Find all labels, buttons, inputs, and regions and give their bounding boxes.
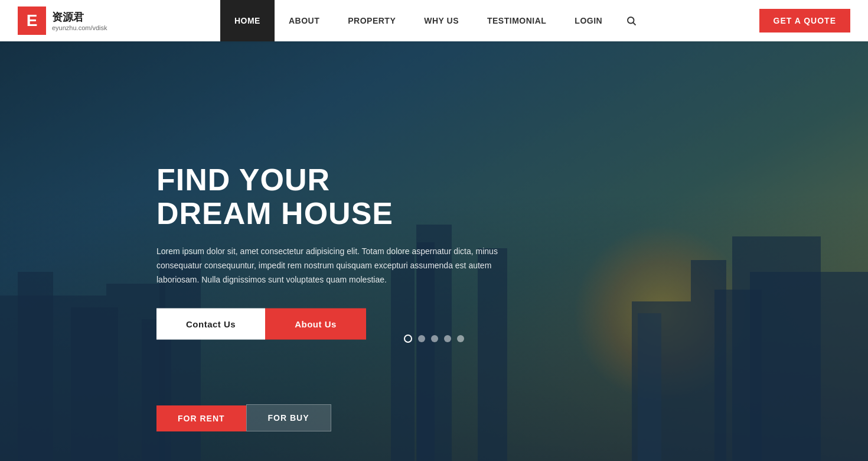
- hero-description: Lorem ipsum dolor sit, amet consectetur …: [156, 245, 499, 287]
- nav-links: HOME ABOUT PROPERTY WHY US TESTIMONIAL L…: [220, 0, 646, 41]
- logo-subtitle: eyunzhu.com/vdisk: [52, 24, 107, 31]
- nav-home[interactable]: HOME: [220, 0, 275, 41]
- slider-dot-5[interactable]: [457, 335, 464, 342]
- property-tabs: FOR RENT FOR BUY: [156, 404, 331, 431]
- hero-title: FIND YOUR DREAM HOUSE: [156, 163, 499, 230]
- about-us-button[interactable]: About Us: [265, 308, 366, 339]
- for-rent-tab[interactable]: FOR RENT: [156, 405, 246, 431]
- contact-us-button[interactable]: Contact Us: [156, 308, 265, 339]
- nav-about[interactable]: ABOUT: [275, 0, 334, 41]
- slider-dot-1[interactable]: [404, 335, 412, 343]
- search-icon[interactable]: [616, 0, 646, 41]
- svg-line-1: [634, 22, 636, 25]
- logo-title: 资源君: [52, 10, 107, 24]
- nav-property[interactable]: PROPERTY: [334, 0, 410, 41]
- slider-dot-4[interactable]: [444, 335, 451, 342]
- get-quote-button[interactable]: GET A QUOTE: [759, 9, 850, 33]
- navbar: E 资源君 eyunzhu.com/vdisk HOME ABOUT PROPE…: [0, 0, 868, 41]
- slider-dot-2[interactable]: [418, 335, 425, 342]
- logo-icon: E: [18, 7, 46, 35]
- svg-point-0: [628, 17, 634, 24]
- hero-content: FIND YOUR DREAM HOUSE Lorem ipsum dolor …: [156, 163, 499, 340]
- slider-dot-3[interactable]: [431, 335, 438, 342]
- slider-dots: [404, 335, 464, 343]
- nav-why-us[interactable]: WHY US: [410, 0, 473, 41]
- nav-testimonial[interactable]: TESTIMONIAL: [473, 0, 560, 41]
- hero-section: FIND YOUR DREAM HOUSE Lorem ipsum dolor …: [0, 0, 868, 461]
- for-buy-tab[interactable]: FOR BUY: [246, 404, 331, 431]
- logo: E 资源君 eyunzhu.com/vdisk: [18, 7, 107, 35]
- logo-text: 资源君 eyunzhu.com/vdisk: [52, 10, 107, 31]
- nav-login[interactable]: LOGIN: [560, 0, 616, 41]
